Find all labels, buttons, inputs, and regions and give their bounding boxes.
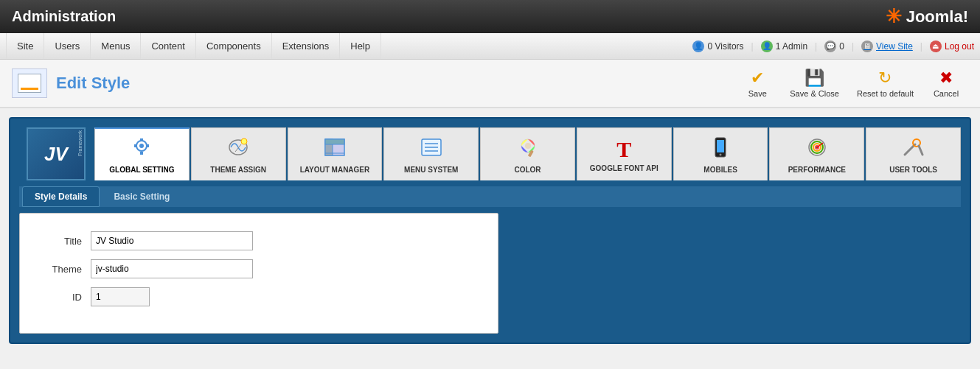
page-icon-inner: [18, 74, 41, 93]
nav-bar: Site Users Menus Content Components Exte…: [0, 33, 980, 60]
divider4: |: [920, 41, 922, 52]
user-tools-icon: [900, 136, 927, 163]
theme-label: Theme: [32, 264, 91, 275]
mobiles-icon: [707, 136, 734, 163]
reset-icon: ↻: [878, 68, 892, 88]
id-input[interactable]: [91, 287, 150, 306]
title-label: Title: [32, 236, 91, 247]
view-site-link[interactable]: 🖥 View Site: [861, 41, 913, 52]
jv-tabs: JV Framework GLOBAL SETTING: [19, 127, 961, 180]
tab-performance-label: PERFORMANCE: [788, 166, 846, 174]
tab-mobiles-label: MOBILES: [703, 166, 737, 174]
divider1: |: [751, 41, 754, 52]
tab-theme-assign-label: THEME ASSIGN: [210, 166, 266, 174]
form-row-id: ID: [32, 287, 486, 306]
save-label: Save: [748, 89, 767, 98]
content-form-area: Title Theme ID: [19, 213, 498, 334]
top-header: Administration ✳ Joomla!: [0, 0, 980, 33]
tab-global-setting[interactable]: GLOBAL SETTING: [94, 127, 190, 180]
divider2: |: [815, 41, 817, 52]
nav-item-menus[interactable]: Menus: [91, 33, 141, 59]
tab-mobiles[interactable]: MOBILES: [673, 127, 768, 180]
theme-input[interactable]: [91, 259, 253, 278]
tab-menu-system[interactable]: MENU SYSTEM: [383, 127, 479, 180]
svg-rect-18: [527, 150, 533, 157]
logout-label: Log out: [945, 41, 974, 52]
performance-icon: [804, 136, 830, 163]
svg-point-7: [241, 138, 247, 144]
tab-layout-manager-label: LAYOUT MANAGER: [300, 166, 370, 174]
reset-button[interactable]: ↻ Reset to default: [849, 66, 921, 101]
form-row-title: Title: [32, 231, 486, 250]
cancel-icon: ✖: [939, 68, 953, 88]
id-label: ID: [32, 292, 91, 303]
tab-user-tools-label: USER TOOLS: [889, 166, 937, 174]
view-site-label: View Site: [876, 41, 913, 52]
save-icon: ✔: [751, 68, 764, 88]
svg-rect-5: [140, 152, 143, 155]
jv-panel: JV Framework GLOBAL SETTING: [9, 117, 971, 344]
svg-rect-10: [325, 139, 344, 144]
admin-label: 1 Admin: [776, 41, 807, 52]
svg-point-17: [525, 143, 531, 149]
save-close-button[interactable]: 💾 Save & Close: [782, 66, 847, 101]
logout-icon: ⏏: [930, 41, 942, 52]
toolbar-area: Edit Style ✔ Save 💾 Save & Close ↻ Reset…: [0, 60, 980, 108]
nav-item-content[interactable]: Content: [141, 33, 196, 59]
svg-point-1: [139, 144, 144, 148]
menu-system-icon: [418, 136, 445, 163]
save-close-label: Save & Close: [790, 89, 839, 98]
joomla-logo: ✳ Joomla!: [886, 5, 968, 28]
logout-link[interactable]: ⏏ Log out: [930, 41, 974, 52]
count-icon: 💬: [824, 41, 836, 52]
count-label: 0: [839, 41, 844, 52]
save-button[interactable]: ✔ Save: [735, 66, 779, 101]
nav-item-users[interactable]: Users: [44, 33, 91, 59]
count-info: 💬 0: [824, 41, 844, 52]
page-title-area: Edit Style: [12, 68, 130, 98]
svg-rect-2: [134, 144, 137, 147]
nav-item-site[interactable]: Site: [6, 33, 44, 59]
global-setting-icon: [128, 136, 155, 163]
color-icon: [515, 136, 541, 163]
nav-item-help[interactable]: Help: [340, 33, 381, 59]
title-input[interactable]: [91, 231, 253, 250]
visitors-icon: 👤: [692, 41, 704, 52]
reset-label: Reset to default: [857, 89, 914, 98]
joomla-star-icon: ✳: [886, 5, 902, 28]
tab-menu-system-label: MENU SYSTEM: [404, 166, 458, 174]
tab-performance[interactable]: PERFORMANCE: [769, 127, 864, 180]
joomla-label: Joomla!: [906, 7, 968, 27]
admin-title: Administration: [12, 8, 116, 25]
nav-item-extensions[interactable]: Extensions: [272, 33, 341, 59]
sub-tab-basic-setting[interactable]: Basic Setting: [101, 186, 182, 207]
main-content: JV Framework GLOBAL SETTING: [0, 108, 980, 353]
tab-color[interactable]: COLOR: [480, 127, 575, 180]
page-title: Edit Style: [56, 74, 130, 93]
visitors-label: 0 Visitors: [707, 41, 743, 52]
jv-logo-text: JV: [44, 144, 68, 164]
svg-rect-3: [146, 144, 149, 147]
nav-item-components[interactable]: Components: [196, 33, 272, 59]
form-row-theme: Theme: [32, 259, 486, 278]
save-close-icon: 💾: [804, 68, 824, 88]
visitors-info: 👤 0 Visitors: [692, 41, 743, 52]
tab-google-font-api[interactable]: T GOOGLE FONT API: [577, 127, 672, 180]
tab-layout-manager[interactable]: LAYOUT MANAGER: [288, 127, 383, 180]
sub-tab-style-details[interactable]: Style Details: [22, 186, 100, 207]
jv-logo-sub: Framework: [77, 130, 83, 156]
cancel-label: Cancel: [934, 89, 959, 98]
nav-items: Site Users Menus Content Components Exte…: [6, 33, 381, 59]
jv-logo-tab: JV Framework: [19, 127, 93, 180]
svg-line-30: [919, 146, 922, 155]
cancel-button[interactable]: ✖ Cancel: [924, 66, 968, 101]
divider3: |: [852, 41, 854, 52]
tab-google-font-api-label: GOOGLE FONT API: [590, 164, 658, 172]
nav-right: 👤 0 Visitors | 👤 1 Admin | 💬 0 | 🖥 View …: [692, 41, 974, 52]
sub-tab-bar: Style Details Basic Setting: [19, 186, 961, 207]
layout-manager-icon: [322, 136, 348, 163]
tab-theme-assign[interactable]: THEME ASSIGN: [191, 127, 286, 180]
tab-user-tools[interactable]: USER TOOLS: [866, 127, 961, 180]
tab-global-setting-label: GLOBAL SETTING: [109, 166, 174, 174]
tab-color-label: COLOR: [514, 166, 541, 174]
